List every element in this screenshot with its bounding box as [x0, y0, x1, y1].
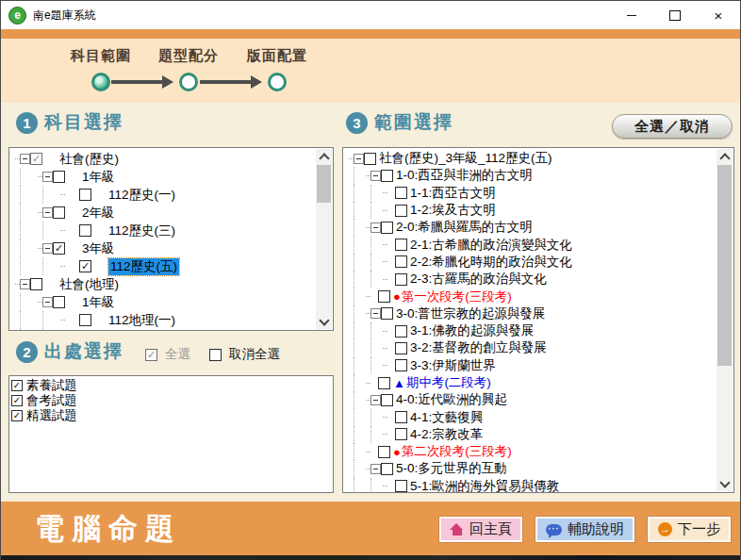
- checkbox[interactable]: [395, 255, 407, 268]
- checkbox[interactable]: ✓: [30, 153, 42, 165]
- select-all-option[interactable]: ✓ 全選: [145, 346, 190, 363]
- checkbox[interactable]: [381, 394, 393, 406]
- checkbox[interactable]: [378, 446, 390, 458]
- tree-node-label[interactable]: 3-0:普世宗教的起源與發展: [396, 305, 545, 322]
- subject-tree-scrollbar[interactable]: [316, 149, 332, 329]
- expander-icon[interactable]: [20, 154, 30, 164]
- expander-icon[interactable]: [42, 172, 53, 182]
- tree-node-label[interactable]: 112地理(一): [108, 312, 175, 329]
- checkbox[interactable]: [395, 428, 407, 440]
- checkbox[interactable]: [395, 359, 407, 371]
- deselect-all-checkbox[interactable]: [209, 349, 222, 361]
- tree-node-label[interactable]: 112歷史(一): [108, 187, 175, 204]
- select-toggle-button[interactable]: 全選／取消: [612, 114, 733, 139]
- tree-node-label[interactable]: 3-1:佛教的起源與發展: [410, 322, 534, 339]
- checkbox[interactable]: [395, 342, 407, 354]
- range-tree-scrollbar[interactable]: [716, 149, 733, 491]
- tree-node-label[interactable]: 2年級: [82, 330, 115, 331]
- tree-node-label[interactable]: 112歷史(三): [108, 222, 175, 239]
- tree-node-label[interactable]: 5-0:多元世界的互動: [396, 460, 507, 477]
- tree-node-label[interactable]: 2-0:希臘與羅馬的古文明: [396, 219, 533, 236]
- checkbox[interactable]: ✓: [53, 242, 65, 255]
- close-button[interactable]: ×: [697, 1, 740, 29]
- checkbox[interactable]: [53, 206, 65, 219]
- source-list-item[interactable]: ✓會考試題: [11, 393, 331, 408]
- scroll-down-button[interactable]: [316, 314, 332, 329]
- checkbox[interactable]: [395, 187, 407, 199]
- tree-node-label[interactable]: 4-0:近代歐洲的興起: [396, 391, 507, 408]
- checkbox[interactable]: ✓: [11, 410, 23, 421]
- source-list-item[interactable]: ✓精選試題: [11, 408, 331, 423]
- tree-node-label[interactable]: 1-0:西亞與非洲的古文明: [396, 167, 533, 184]
- tree-node-label[interactable]: 112歷史(五): [108, 258, 179, 275]
- tree-node-label[interactable]: 2-1:古希臘的政治演變與文化: [410, 237, 572, 254]
- scroll-up-button[interactable]: [716, 149, 733, 164]
- checkbox[interactable]: ✓: [11, 395, 23, 406]
- tree-node-label[interactable]: 2年級: [82, 205, 115, 222]
- expander-icon[interactable]: [370, 171, 381, 181]
- tree-guide-line: [354, 202, 354, 219]
- checkbox[interactable]: [395, 239, 407, 251]
- expander-icon[interactable]: [42, 243, 53, 254]
- checkbox[interactable]: [53, 296, 65, 308]
- tree-node-label[interactable]: 期中考(二段考): [406, 374, 491, 391]
- source-list-item[interactable]: ✓素養試題: [11, 378, 331, 393]
- checkbox[interactable]: [395, 273, 407, 286]
- checkbox[interactable]: ✓: [11, 380, 23, 391]
- checkbox[interactable]: [381, 307, 393, 320]
- checkbox[interactable]: [381, 463, 393, 475]
- home-button[interactable]: 回主頁: [439, 517, 522, 542]
- checkbox[interactable]: ✓: [79, 260, 91, 272]
- expander-icon[interactable]: [42, 207, 53, 218]
- deselect-all-option[interactable]: 取消全選: [209, 346, 280, 363]
- scroll-up-button[interactable]: [316, 149, 332, 164]
- tree-node-label[interactable]: 2-2:希臘化時期的政治與文化: [410, 254, 572, 271]
- checkbox[interactable]: [395, 325, 407, 338]
- checkbox[interactable]: [79, 224, 91, 237]
- scrollbar-thumb[interactable]: [317, 165, 331, 203]
- checkbox[interactable]: [378, 290, 390, 303]
- scrollbar-thumb[interactable]: [717, 165, 732, 366]
- checkbox[interactable]: [395, 480, 407, 492]
- tree-node-label[interactable]: 4-2:宗教改革: [410, 426, 483, 443]
- tree-node-label[interactable]: 社會(歷史): [59, 151, 119, 168]
- expander-icon[interactable]: [370, 308, 381, 319]
- help-button[interactable]: ···輔助說明: [535, 517, 634, 542]
- next-step-button[interactable]: →下一步: [648, 517, 731, 542]
- tree-node-label[interactable]: 1年級: [82, 294, 115, 311]
- checkbox[interactable]: [395, 411, 407, 423]
- tree-node-label[interactable]: 3-2:基督教的創立與發展: [410, 339, 547, 356]
- checkbox[interactable]: [395, 205, 407, 217]
- tree-node-label[interactable]: 社會(歷史)_3年級_112歷史(五): [379, 150, 552, 167]
- checkbox[interactable]: [364, 153, 376, 165]
- tree-node-label[interactable]: 第二次段考(三段考): [402, 443, 512, 460]
- tree-node-label[interactable]: 社會(地理): [59, 276, 119, 293]
- tree-node-label[interactable]: 第一次段考(三段考): [402, 288, 512, 305]
- expander-icon[interactable]: [42, 297, 53, 307]
- tree-node-label[interactable]: 1-1:西亞古文明: [410, 185, 496, 202]
- tree-node-label[interactable]: 4-1:文藝復興: [410, 409, 483, 426]
- expander-icon[interactable]: [20, 279, 30, 289]
- checkbox[interactable]: [30, 278, 42, 290]
- expander-icon[interactable]: [370, 464, 381, 474]
- tree-node-label[interactable]: 3年級: [82, 240, 115, 257]
- scroll-down-button[interactable]: [716, 476, 733, 491]
- tree-node-label[interactable]: 3-3:伊斯蘭世界: [410, 357, 496, 374]
- checkbox[interactable]: [79, 314, 91, 326]
- checkbox[interactable]: [381, 170, 393, 182]
- tree-node-label[interactable]: 2-3:古羅馬的政治與文化: [410, 271, 547, 288]
- checkbox[interactable]: [53, 171, 65, 183]
- maximize-icon: [669, 10, 681, 21]
- select-all-checkbox[interactable]: ✓: [145, 349, 157, 361]
- checkbox[interactable]: [381, 222, 393, 234]
- checkbox[interactable]: [378, 377, 390, 389]
- checkbox[interactable]: [79, 189, 91, 201]
- expander-icon[interactable]: [370, 222, 381, 233]
- minimize-button[interactable]: [610, 1, 653, 29]
- expander-icon[interactable]: [354, 154, 364, 164]
- tree-node-label[interactable]: 1-2:埃及古文明: [410, 202, 496, 219]
- tree-node-label[interactable]: 5-1:歐洲的海外貿易與傳教: [410, 478, 559, 492]
- maximize-button[interactable]: [653, 1, 697, 29]
- tree-node-label[interactable]: 1年級: [82, 169, 115, 186]
- expander-icon[interactable]: [370, 395, 381, 405]
